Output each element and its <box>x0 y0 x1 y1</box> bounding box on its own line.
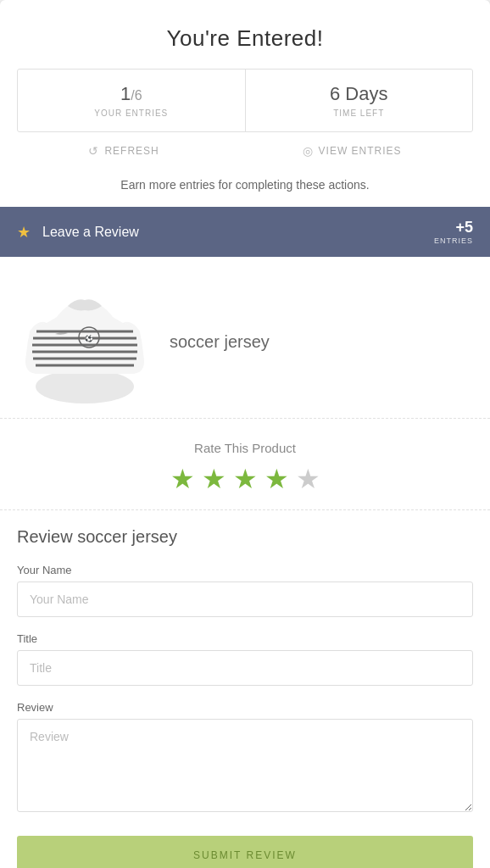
main-card: You're Entered! 1/6 YOUR ENTRIES 6 Days … <box>0 0 490 868</box>
stats-row: 1/6 YOUR ENTRIES 6 Days TIME LEFT <box>17 69 473 132</box>
star-4[interactable]: ★ <box>264 465 289 492</box>
actions-row: ↺ REFRESH ◎ VIEW ENTRIES <box>0 132 490 170</box>
product-name: soccer jersey <box>170 332 270 352</box>
banner-label: Leave a Review <box>42 225 434 240</box>
title-label: Title <box>17 632 473 645</box>
review-label: Review <box>17 701 473 714</box>
refresh-button[interactable]: ↺ REFRESH <box>88 144 159 158</box>
eye-icon: ◎ <box>303 144 314 158</box>
star-3[interactable]: ★ <box>233 465 258 492</box>
star-1[interactable]: ★ <box>170 465 195 492</box>
earn-message: Earn more entries for completing these a… <box>0 170 490 207</box>
review-form-group: Review <box>17 701 473 815</box>
rate-title: Rate This Product <box>17 441 473 455</box>
review-section: Review soccer jersey Your Name Title Rev… <box>0 510 490 815</box>
star-5[interactable]: ★ <box>296 465 320 492</box>
refresh-icon: ↺ <box>88 144 99 158</box>
name-label: Your Name <box>17 564 473 576</box>
view-entries-button[interactable]: ◎ VIEW ENTRIES <box>303 144 402 158</box>
title-input[interactable] <box>17 650 473 686</box>
star-icon: ★ <box>17 223 31 242</box>
time-value: 6 Days <box>254 83 465 105</box>
name-input[interactable] <box>17 581 473 617</box>
entries-stat: 1/6 YOUR ENTRIES <box>18 70 246 131</box>
submit-review-button[interactable]: SUBMIT REVIEW <box>17 836 473 868</box>
stars-row: ★ ★ ★ ★ ★ <box>17 465 473 492</box>
time-stat: 6 Days TIME LEFT <box>246 70 473 131</box>
page-title: You're Entered! <box>0 0 490 69</box>
svg-point-0 <box>36 370 134 403</box>
banner-entries: +5 ENTRIES <box>434 219 473 245</box>
review-textarea[interactable] <box>17 719 473 812</box>
product-section: ⚽ soccer jersey <box>0 257 490 419</box>
entries-value: 1/6 <box>26 83 237 105</box>
entries-label: YOUR ENTRIES <box>26 108 237 118</box>
action-banner[interactable]: ★ Leave a Review +5 ENTRIES <box>0 207 490 257</box>
title-form-group: Title <box>17 632 473 686</box>
time-label: TIME LEFT <box>254 108 465 118</box>
svg-text:⚽: ⚽ <box>85 334 93 342</box>
star-2[interactable]: ★ <box>202 465 226 492</box>
review-title: Review soccer jersey <box>17 527 473 547</box>
rate-section: Rate This Product ★ ★ ★ ★ ★ <box>0 432 490 510</box>
name-form-group: Your Name <box>17 564 473 617</box>
product-image: ⚽ <box>17 274 153 409</box>
